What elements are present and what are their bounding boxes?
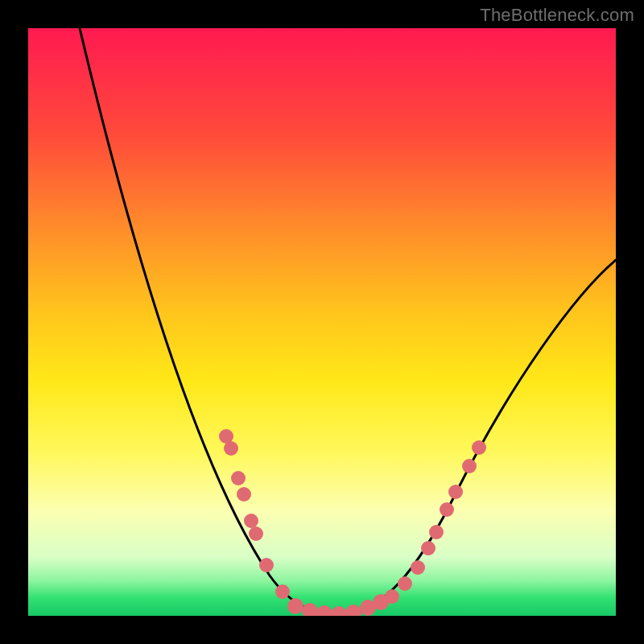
data-point-marker xyxy=(287,598,303,614)
data-point-marker xyxy=(421,541,436,555)
data-point-marker xyxy=(331,606,347,616)
data-point-marker xyxy=(411,560,425,575)
data-point-marker xyxy=(316,605,332,616)
data-point-marker xyxy=(429,525,444,539)
watermark-label: TheBottleneck.com xyxy=(480,5,634,26)
data-point-marker xyxy=(275,584,290,599)
markers-bottom-cluster xyxy=(287,594,389,616)
data-point-marker xyxy=(249,526,263,541)
data-point-marker xyxy=(472,440,486,455)
data-point-marker xyxy=(237,487,251,502)
chart-svg xyxy=(28,28,616,616)
data-point-marker xyxy=(440,502,454,517)
data-point-marker xyxy=(224,441,238,456)
data-point-marker xyxy=(259,558,274,572)
chart-frame: TheBottleneck.com xyxy=(0,0,644,644)
bottleneck-curve xyxy=(80,28,616,614)
data-point-marker xyxy=(398,576,412,591)
data-point-marker xyxy=(231,471,246,485)
data-point-marker xyxy=(373,594,389,610)
plot-area xyxy=(28,28,616,616)
data-point-marker xyxy=(302,603,318,616)
data-point-marker xyxy=(462,459,477,473)
markers-right-branch xyxy=(385,440,486,604)
data-point-marker xyxy=(345,605,361,616)
markers-left-branch xyxy=(219,429,290,599)
data-point-marker xyxy=(244,514,258,528)
data-point-marker xyxy=(448,485,463,499)
